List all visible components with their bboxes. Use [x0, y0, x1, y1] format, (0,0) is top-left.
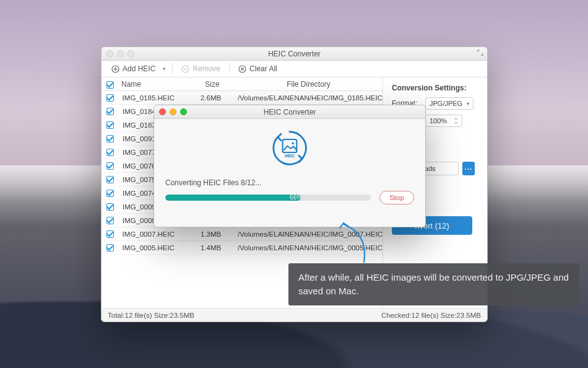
row-checkbox[interactable]: [106, 176, 114, 183]
header-checkbox-cell: [102, 80, 119, 89]
settings-title: Conversion Settings:: [392, 84, 480, 92]
progress-text: Converting HEIC Files 8/12...: [165, 178, 261, 187]
table-row[interactable]: IMG_0007.HEIC1.3MB/Volumes/ELAINENAN/HEI…: [102, 227, 383, 241]
row-checkbox[interactable]: [106, 108, 114, 115]
row-checkbox[interactable]: [106, 121, 114, 129]
header-dir[interactable]: File Directory: [235, 80, 383, 89]
plus-circle-icon: [111, 65, 119, 73]
chevron-down-icon: ▾: [467, 101, 469, 107]
cell-name: IMG_0005.HEIC: [119, 244, 189, 252]
cell-dir: /Volumes/ELAINENAN/HEIC/IMG_0185.HEIC: [233, 94, 383, 102]
svg-point-4: [292, 142, 295, 144]
table-row[interactable]: IMG_0005.HEIC1.4MB/Volumes/ELAINENAN/HEI…: [102, 241, 383, 255]
annotation-tooltip: After a while, all HEIC images will be c…: [288, 263, 579, 305]
row-checkbox[interactable]: [106, 203, 114, 211]
header-name[interactable]: Name: [119, 80, 190, 89]
status-total: Total:12 file(s) Size:23.5MB: [108, 312, 194, 319]
row-checkbox[interactable]: [106, 217, 114, 224]
row-checkbox[interactable]: [106, 94, 114, 102]
row-checkbox[interactable]: [106, 135, 114, 142]
progress-bar: 66%: [165, 195, 371, 201]
svg-rect-3: [283, 139, 297, 152]
status-bar: Total:12 file(s) Size:23.5MB Checked:12 …: [102, 308, 487, 322]
ellipsis-icon: ⋯: [464, 164, 473, 173]
toolbar-separator: [172, 64, 173, 74]
add-heic-dropdown[interactable]: ▾: [160, 64, 168, 74]
cell-dir: /Volumes/ELAINENAN/HEIC/IMG_0005.HEIC: [233, 244, 383, 252]
remove-label: Remove: [192, 64, 220, 73]
heic-logo-icon: HEIC: [268, 126, 311, 170]
progress-percent: 66%: [290, 195, 302, 201]
table-row[interactable]: IMG_0185.HEIC2.6MB/Volumes/ELAINENAN/HEI…: [102, 91, 383, 105]
add-heic-label: Add HEIC: [123, 64, 155, 73]
progress-dialog: HEIC Converter HEIC Converting HEIC File…: [153, 105, 426, 227]
header-checkbox[interactable]: [106, 81, 114, 89]
progress-fill: [165, 195, 301, 201]
status-checked: Checked:12 file(s) Size:23.5MB: [381, 312, 481, 319]
row-checkbox[interactable]: [106, 162, 114, 170]
chevron-down-icon: ▾: [163, 66, 166, 72]
cell-size: 1.4MB: [189, 244, 233, 252]
add-heic-button[interactable]: Add HEIC: [106, 63, 160, 75]
progress-row: 66% Stop: [165, 191, 414, 204]
window-title: HEIC Converter: [102, 50, 487, 58]
minus-circle-icon: [181, 65, 189, 73]
row-checkbox[interactable]: [106, 230, 114, 238]
stepper-icon: [454, 117, 458, 125]
modal-titlebar[interactable]: HEIC Converter: [154, 105, 425, 119]
format-value: JPG/JPEG: [430, 100, 462, 107]
modal-body: HEIC Converting HEIC Files 8/12... 66% S…: [154, 119, 425, 227]
cell-size: 1.3MB: [189, 230, 233, 238]
cell-size: 2.6MB: [189, 94, 233, 102]
expand-icon[interactable]: [477, 50, 483, 56]
svg-text:HEIC: HEIC: [285, 154, 295, 158]
row-checkbox[interactable]: [106, 149, 114, 156]
cell-name: IMG_0007.HEIC: [119, 230, 189, 238]
clear-all-label: Clear All: [249, 64, 277, 73]
header-size[interactable]: Size: [190, 80, 235, 89]
main-titlebar[interactable]: HEIC Converter: [102, 47, 487, 61]
x-circle-icon: [238, 65, 246, 73]
stop-button[interactable]: Stop: [379, 191, 414, 204]
row-checkbox[interactable]: [106, 244, 114, 252]
clear-all-button[interactable]: Clear All: [233, 63, 282, 75]
quality-stepper[interactable]: 100%: [425, 115, 462, 127]
modal-title: HEIC Converter: [154, 108, 425, 116]
format-select[interactable]: JPG/JPEG ▾: [425, 97, 473, 110]
tooltip-text: After a while, all HEIC images will be c…: [298, 272, 569, 296]
quality-value: 100%: [430, 117, 447, 125]
toolbar-separator: [229, 64, 230, 74]
cell-dir: /Volumes/ELAINENAN/HEIC/IMG_0007.HEIC: [233, 230, 383, 238]
row-checkbox[interactable]: [106, 190, 114, 197]
remove-button[interactable]: Remove: [176, 63, 225, 75]
toolbar: Add HEIC ▾ Remove Clear All: [102, 61, 487, 77]
browse-button[interactable]: ⋯: [462, 162, 475, 175]
table-header: Name Size File Directory: [102, 77, 383, 91]
cell-name: IMG_0185.HEIC: [119, 94, 189, 102]
